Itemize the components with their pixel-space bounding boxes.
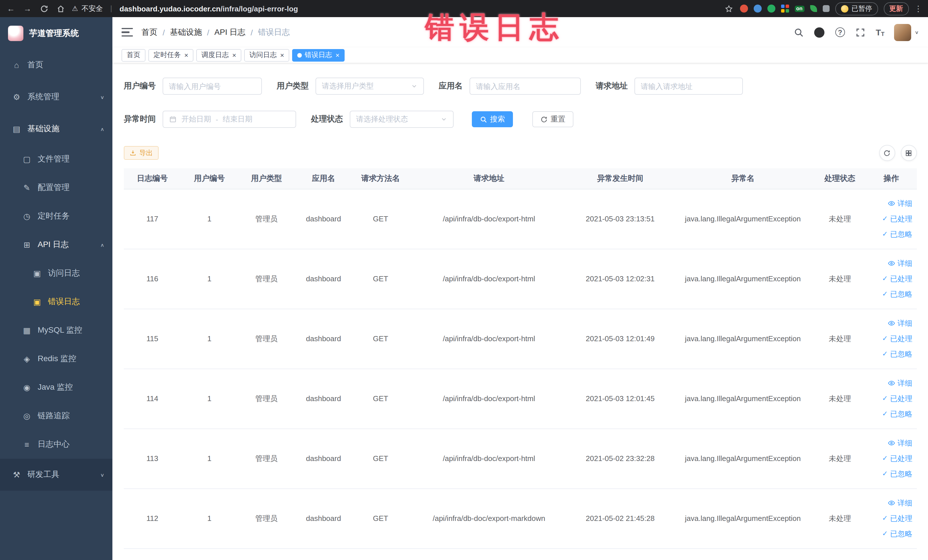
app-logo[interactable]: 芋道管理系统 — [0, 17, 112, 49]
search-button[interactable]: 搜索 — [472, 111, 513, 127]
export-button[interactable]: 导出 — [124, 146, 159, 160]
extension-on-badge[interactable]: on — [795, 5, 804, 12]
home-icon[interactable] — [55, 3, 66, 14]
address-bar[interactable]: dashboard.yudao.iocoder.cn /infra/log/ap… — [119, 4, 298, 13]
action-label: 已处理 — [890, 211, 912, 226]
reload-icon[interactable] — [39, 3, 49, 14]
breadcrumb-item-2[interactable]: 基础设施 — [170, 27, 202, 37]
process-status-select[interactable]: 请选择处理状态 — [350, 111, 453, 128]
breadcrumb-item-1[interactable]: 首页 — [142, 27, 157, 37]
column-settings-button[interactable] — [901, 145, 917, 161]
sidebar-item-job[interactable]: ◷定时任务 — [0, 202, 112, 230]
action-label: 已忽略 — [890, 526, 912, 542]
sidebar-item-label: 文件管理 — [38, 154, 70, 164]
action-processed-link[interactable]: ✓已处理 — [868, 211, 912, 226]
request-url-input[interactable] — [635, 78, 743, 95]
sidebar-item-error-log[interactable]: ▣错误日志 — [0, 288, 112, 316]
user-id-input[interactable] — [163, 78, 262, 95]
end-date-placeholder: 结束日期 — [223, 114, 252, 124]
tab-close-icon[interactable]: × — [280, 52, 284, 58]
search-icon — [480, 116, 487, 123]
sidebar-item-api-log[interactable]: ⊞API 日志∧ — [0, 230, 112, 259]
extension-apps-grid-icon[interactable] — [781, 5, 789, 12]
exception-time-range-picker[interactable]: 开始日期 - 结束日期 — [163, 111, 296, 128]
github-icon[interactable] — [814, 27, 825, 38]
font-size-icon[interactable]: TT — [876, 27, 885, 37]
breadcrumb-item-3[interactable]: API 日志 — [215, 27, 246, 37]
bookmark-star-icon[interactable] — [724, 3, 734, 14]
action-ignored-link[interactable]: ✓已忽略 — [868, 226, 912, 242]
cell-id: 115 — [124, 309, 181, 369]
sidebar-item-java[interactable]: ◉Java 监控 — [0, 373, 112, 402]
refresh-table-button[interactable] — [879, 145, 895, 161]
sidebar-item-redis[interactable]: ◈Redis 监控 — [0, 345, 112, 373]
help-icon[interactable]: ? — [835, 27, 846, 38]
sidebar-item-access-log[interactable]: ▣访问日志 — [0, 259, 112, 288]
action-detail-link[interactable]: 详细 — [868, 316, 912, 331]
forward-icon[interactable]: → — [22, 3, 32, 14]
reset-button[interactable]: 重置 — [532, 111, 573, 127]
sidebar-item-log-center[interactable]: ≡日志中心 — [0, 430, 112, 459]
action-processed-link[interactable]: ✓已处理 — [868, 511, 912, 526]
action-ignored-link[interactable]: ✓已忽略 — [868, 406, 912, 422]
action-label: 已处理 — [890, 331, 912, 346]
action-label: 已处理 — [890, 391, 912, 406]
action-label: 已忽略 — [890, 466, 912, 482]
chevron-up-icon: ∧ — [100, 127, 104, 132]
action-label: 详细 — [897, 435, 912, 451]
action-detail-link[interactable]: 详细 — [868, 435, 912, 451]
tab-5[interactable]: 错误日志× — [292, 49, 345, 61]
cell-url: /api/infra/db-doc/export-html — [409, 189, 569, 249]
action-processed-link[interactable]: ✓已处理 — [868, 451, 912, 466]
breadcrumb-separator: / — [251, 27, 253, 37]
action-detail-link[interactable]: 详细 — [868, 256, 912, 271]
tab-close-icon[interactable]: × — [336, 52, 339, 58]
tab-3[interactable]: 调度日志× — [196, 49, 241, 61]
user-type-select[interactable]: 请选择用户类型 — [316, 78, 424, 95]
paused-badge[interactable]: 已暂停 — [835, 2, 878, 15]
action-detail-link[interactable]: 详细 — [868, 196, 912, 211]
update-button[interactable]: 更新 — [884, 2, 908, 15]
sidebar-item-infra[interactable]: ▤基础设施∧ — [0, 113, 112, 145]
sidebar-item-home[interactable]: ⌂首页 — [0, 49, 112, 81]
tab-close-icon[interactable]: × — [184, 52, 188, 58]
cell-user-type: 管理员 — [238, 488, 295, 548]
user-menu[interactable]: ∨ — [894, 24, 919, 41]
sidebar-item-label: API 日志 — [38, 240, 69, 250]
tab-1[interactable]: 首页 — [122, 49, 145, 61]
back-icon[interactable]: ← — [6, 3, 16, 14]
sidebar-item-devtools[interactable]: ⚒研发工具∨ — [0, 459, 112, 491]
table-tools — [879, 145, 917, 161]
sidebar-item-mysql[interactable]: ▦MySQL 监控 — [0, 316, 112, 345]
extension-puzzle-icon[interactable] — [823, 5, 829, 12]
sidebar-item-config[interactable]: ✎配置管理 — [0, 174, 112, 202]
action-detail-link[interactable]: 详细 — [868, 495, 912, 511]
action-ignored-link[interactable]: ✓已忽略 — [868, 526, 912, 542]
browser-menu-icon[interactable]: ⋮ — [914, 4, 922, 13]
cell-exception: java.lang.IllegalArgumentException — [672, 189, 814, 249]
action-ignored-link[interactable]: ✓已忽略 — [868, 466, 912, 482]
tab-2[interactable]: 定时任务× — [148, 49, 194, 61]
search-icon[interactable] — [794, 27, 804, 38]
action-detail-link[interactable]: 详细 — [868, 375, 912, 391]
sidebar-item-system[interactable]: ⚙系统管理∨ — [0, 81, 112, 113]
action-ignored-link[interactable]: ✓已忽略 — [868, 287, 912, 302]
app-name-input[interactable] — [470, 78, 581, 95]
sidebar-item-file[interactable]: ▢文件管理 — [0, 145, 112, 174]
security-indicator[interactable]: ⚠ 不安全 — [72, 4, 103, 14]
sidebar-item-trace[interactable]: ◎链路追踪 — [0, 402, 112, 430]
tab-close-icon[interactable]: × — [232, 52, 236, 58]
fullscreen-icon[interactable] — [855, 27, 866, 38]
action-ignored-link[interactable]: ✓已忽略 — [868, 346, 912, 362]
action-processed-link[interactable]: ✓已处理 — [868, 271, 912, 287]
hamburger-icon[interactable] — [122, 26, 133, 38]
tab-4[interactable]: 访问日志× — [244, 49, 289, 61]
app-header: 首页/基础设施/API 日志/错误日志 ? TT ∨ — [112, 17, 928, 47]
extension-v-icon[interactable] — [767, 5, 775, 12]
extension-leaf-icon[interactable] — [810, 5, 817, 12]
extension-drop-icon[interactable] — [753, 5, 762, 12]
action-processed-link[interactable]: ✓已处理 — [868, 391, 912, 406]
action-processed-link[interactable]: ✓已处理 — [868, 331, 912, 346]
cell-id: 117 — [124, 189, 181, 249]
extension-record-icon[interactable] — [740, 5, 748, 12]
